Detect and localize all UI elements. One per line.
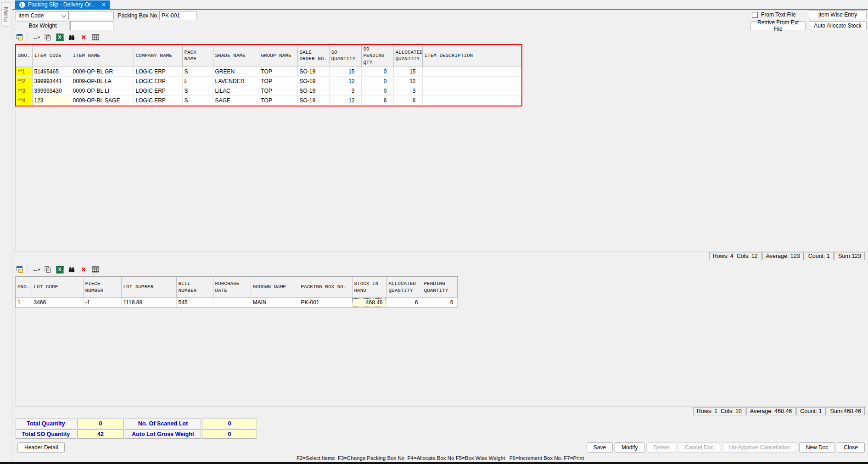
- cell[interactable]: LOGIC ERP: [134, 86, 182, 95]
- cell[interactable]: LILAC: [213, 86, 259, 95]
- cell[interactable]: 0009-OP-BL SAGE: [71, 95, 134, 105]
- table-row[interactable]: 13466-11118.88545MAINPK-001468.4666: [16, 298, 457, 307]
- auto-allocate-stock-button[interactable]: Auto Allocate Stock: [809, 21, 867, 30]
- column-header[interactable]: SALE ORDER NO.: [297, 45, 329, 67]
- column-header[interactable]: PURCHASE DATE: [213, 277, 251, 298]
- excel-export-icon[interactable]: X: [56, 266, 64, 274]
- item-code-selector[interactable]: Item Code: [16, 11, 69, 20]
- menu-tab[interactable]: Menu: [1, 2, 11, 27]
- copy-icon[interactable]: [44, 34, 52, 41]
- table-row[interactable]: **41230009-OP-BL SAGELOGIC ERPSSAGETOPSO…: [16, 95, 521, 105]
- column-header[interactable]: COMPANY NAME: [134, 45, 182, 67]
- cell[interactable]: **3: [16, 86, 32, 95]
- cell[interactable]: S: [182, 67, 213, 76]
- cell[interactable]: 123: [32, 95, 71, 105]
- cell[interactable]: TOP: [259, 76, 297, 86]
- cell[interactable]: 468.46: [352, 298, 386, 307]
- cell[interactable]: 0009-OP-BL LI: [71, 86, 134, 95]
- column-header[interactable]: SNO.: [16, 45, 32, 67]
- cell[interactable]: -1: [83, 298, 121, 307]
- delete-row-icon[interactable]: ✕: [79, 34, 88, 41]
- cell[interactable]: 0: [361, 86, 393, 95]
- save-button[interactable]: Save: [587, 442, 613, 453]
- header-detail-button[interactable]: Header Detail: [17, 442, 65, 453]
- cell[interactable]: **1: [16, 67, 32, 76]
- cell[interactable]: 545: [176, 298, 213, 307]
- cell[interactable]: **2: [16, 76, 32, 86]
- box-weight-input[interactable]: [70, 21, 113, 30]
- cell[interactable]: 0009-OP-BL LA: [71, 76, 134, 86]
- column-header[interactable]: SHADE NAME: [213, 45, 259, 67]
- find-icon[interactable]: [67, 266, 76, 274]
- cell[interactable]: SAGE: [213, 95, 259, 105]
- column-header[interactable]: ITEM CODE: [32, 45, 71, 67]
- cell[interactable]: 399993441: [32, 76, 71, 86]
- cell[interactable]: SO-19: [297, 95, 329, 105]
- cell[interactable]: 51465465: [32, 67, 71, 76]
- cell[interactable]: LOGIC ERP: [134, 76, 182, 86]
- column-width-icon[interactable]: ↔▾: [32, 266, 40, 274]
- column-header[interactable]: ITEM DESCRIPTION: [422, 45, 521, 67]
- cell[interactable]: 3466: [32, 298, 83, 307]
- cell[interactable]: 0: [361, 67, 393, 76]
- modify-button[interactable]: Modify: [615, 442, 644, 453]
- column-header[interactable]: ITEM NAME: [71, 45, 134, 67]
- cell[interactable]: [422, 67, 521, 76]
- retrive-from-ext-file-button[interactable]: Retrive From Ext File: [750, 21, 806, 30]
- grid-lines-icon[interactable]: [91, 34, 100, 41]
- cell[interactable]: 6: [386, 298, 422, 307]
- cell[interactable]: TOP: [259, 95, 297, 105]
- cell[interactable]: LAVENDER: [213, 76, 259, 86]
- cell[interactable]: MAIN: [251, 298, 299, 307]
- column-header[interactable]: STOCK IN HAND: [352, 277, 386, 298]
- cell[interactable]: LOGIC ERP: [134, 95, 182, 105]
- column-header[interactable]: PIECE NUMBER: [83, 277, 121, 298]
- form-icon[interactable]: [16, 266, 24, 274]
- cell[interactable]: LOGIC ERP: [134, 67, 182, 76]
- column-header[interactable]: LOT CODE: [32, 277, 83, 298]
- from-text-file-checkbox[interactable]: [752, 12, 758, 18]
- cell[interactable]: 12: [329, 76, 361, 86]
- cell[interactable]: PK-001: [299, 298, 352, 307]
- delete-row-icon[interactable]: ✕: [79, 266, 88, 274]
- cell[interactable]: TOP: [259, 67, 297, 76]
- cell[interactable]: 3: [329, 86, 361, 95]
- cell[interactable]: [213, 298, 251, 307]
- copy-icon[interactable]: [44, 266, 52, 274]
- cell[interactable]: 6: [422, 298, 457, 307]
- column-header[interactable]: SNO.: [16, 277, 32, 298]
- cell[interactable]: S: [182, 95, 213, 105]
- close-icon[interactable]: ✕: [101, 2, 106, 8]
- tab-packing-slip[interactable]: L Packing Slip - Delivery Or... ✕: [15, 0, 110, 9]
- column-header[interactable]: SO QUANTITY: [329, 45, 361, 67]
- cell[interactable]: 0: [361, 76, 393, 86]
- item-wise-entry-button[interactable]: Item Wise Entry: [809, 10, 867, 19]
- cell[interactable]: 3: [393, 86, 422, 95]
- cell[interactable]: 1118.88: [121, 298, 176, 307]
- column-header[interactable]: SO PENDING QTY: [361, 45, 393, 67]
- cell[interactable]: 399993430: [32, 86, 71, 95]
- table-row[interactable]: **33999934300009-OP-BL LILOGIC ERPSLILAC…: [16, 86, 521, 95]
- grid-lines-icon[interactable]: [91, 266, 100, 274]
- cell[interactable]: 1: [16, 298, 32, 307]
- excel-export-icon[interactable]: X: [56, 34, 64, 41]
- column-header[interactable]: LOT NUMBER: [121, 277, 176, 298]
- cell[interactable]: TOP: [259, 86, 297, 95]
- cell[interactable]: S: [182, 86, 213, 95]
- column-header[interactable]: PACKING BOX NO.: [299, 277, 352, 298]
- cell[interactable]: [422, 95, 521, 105]
- cell[interactable]: 15: [329, 67, 361, 76]
- close-button[interactable]: Close: [837, 442, 865, 453]
- cell[interactable]: SO-19: [297, 76, 329, 86]
- column-header[interactable]: ALLOCATED QUANTITY: [386, 277, 422, 298]
- column-header[interactable]: GODOWN NAME: [251, 277, 299, 298]
- cell[interactable]: **4: [16, 95, 32, 105]
- column-header[interactable]: BILL NUMBER: [176, 277, 213, 298]
- find-icon[interactable]: [67, 34, 76, 41]
- column-width-icon[interactable]: ↔▾: [32, 34, 40, 41]
- cell[interactable]: 15: [393, 67, 422, 76]
- new-doc-button[interactable]: New Doc: [799, 442, 835, 453]
- cell[interactable]: [422, 86, 521, 95]
- cell[interactable]: 12: [393, 76, 422, 86]
- cell[interactable]: 6: [361, 95, 393, 105]
